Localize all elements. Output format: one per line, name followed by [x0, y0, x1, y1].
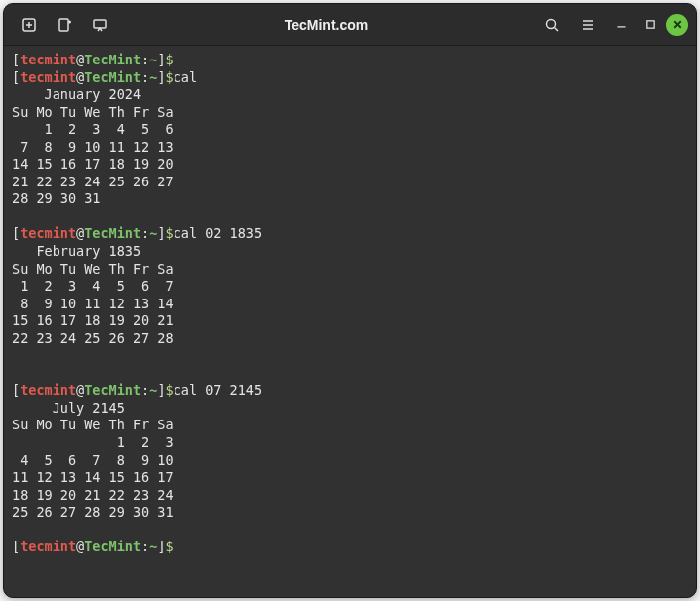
titlebar-right-controls: [535, 10, 688, 40]
cal-row: 25 26 27 28 29 30 31: [12, 504, 688, 522]
blank-line: [12, 365, 688, 383]
blank-line: [12, 522, 688, 540]
blank-line: [12, 208, 688, 226]
cal-row: 1 2 3 4 5 6: [12, 121, 688, 139]
new-window-button[interactable]: [48, 10, 81, 40]
titlebar: TecMint.com: [4, 4, 696, 46]
cal-row: 22 23 24 25 26 27 28: [12, 330, 688, 348]
cal-row: 1 2 3 4 5 6 7: [12, 278, 688, 296]
cal-header: Su Mo Tu We Th Fr Sa: [12, 417, 688, 434]
cal-row: 15 16 17 18 19 20 21: [12, 312, 688, 330]
cal-row: 1 2 3: [12, 434, 688, 452]
titlebar-left-controls: [12, 10, 117, 40]
search-button[interactable]: [535, 10, 569, 40]
window-title: TecMint.com: [121, 17, 531, 33]
prompt-line: [tecmint@TecMint:~]$: [12, 52, 688, 69]
cal-row: 11 12 13 14 15 16 17: [12, 469, 688, 487]
new-tab-button[interactable]: [12, 10, 46, 40]
maximize-button[interactable]: [637, 11, 664, 39]
blank-line: [12, 347, 688, 365]
svg-line-8: [555, 27, 559, 31]
cal-row: 14 15 16 17 18 19 20: [12, 156, 688, 174]
cal-row: 7 8 9 10 11 12 13: [12, 139, 688, 157]
command-input: cal 07 2145: [174, 382, 262, 398]
cal-title: February 1835: [12, 243, 688, 261]
cal-header: Su Mo Tu We Th Fr Sa: [12, 104, 688, 122]
terminal-body[interactable]: [tecmint@TecMint:~]$[tecmint@TecMint:~]$…: [4, 46, 696, 597]
cal-row: 28 29 30 31: [12, 190, 688, 208]
cal-row: 8 9 10 11 12 13 14: [12, 296, 688, 313]
cal-title: July 2145: [12, 400, 688, 418]
cal-row: 18 19 20 21 22 23 24: [12, 487, 688, 505]
command-input: cal 02 1835: [174, 225, 262, 241]
prompt-line: [tecmint@TecMint:~]$cal: [12, 69, 688, 87]
cal-header: Su Mo Tu We Th Fr Sa: [12, 261, 688, 279]
svg-point-7: [547, 19, 556, 28]
cal-title: January 2024: [12, 86, 688, 104]
terminal-window: TecMint.com [tecmint@TecMint:~]$[tecmint…: [3, 3, 697, 598]
minimize-button[interactable]: [607, 11, 635, 39]
prompt-line: [tecmint@TecMint:~]$cal 07 2145: [12, 382, 688, 400]
close-button[interactable]: [666, 14, 688, 36]
menu-button[interactable]: [571, 10, 605, 40]
cal-row: 21 22 23 24 25 26 27: [12, 174, 688, 191]
svg-rect-13: [646, 21, 653, 28]
cal-row: 4 5 6 7 8 9 10: [12, 452, 688, 470]
prompt-line: [tecmint@TecMint:~]$: [12, 539, 688, 556]
broadcast-button[interactable]: [83, 10, 117, 40]
command-input: cal: [174, 69, 197, 85]
svg-rect-3: [59, 19, 68, 31]
prompt-line: [tecmint@TecMint:~]$cal 02 1835: [12, 225, 688, 243]
